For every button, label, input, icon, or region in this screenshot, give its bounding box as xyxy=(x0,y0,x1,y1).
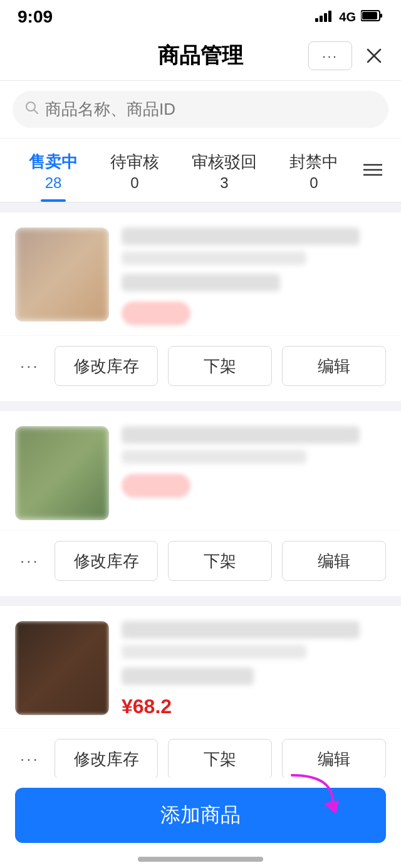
product-card-3: ¥68.2 ··· 修改库存 下架 编辑 xyxy=(0,606,401,794)
tabs-menu-icon[interactable] xyxy=(357,154,388,187)
product-info-3: ¥68.2 xyxy=(122,621,386,718)
tab-pending-review[interactable]: 待审核 0 xyxy=(94,139,175,202)
product-sub-blur-1 xyxy=(122,251,306,265)
search-input-wrap[interactable] xyxy=(13,91,388,128)
product-content-3: ¥68.2 xyxy=(0,606,401,728)
svg-rect-5 xyxy=(380,14,382,18)
tab-selling-count: 28 xyxy=(45,174,62,192)
network-label: 4G xyxy=(339,10,356,24)
delist-button-1[interactable]: 下架 xyxy=(168,346,272,386)
edit-button-2[interactable]: 编辑 xyxy=(282,541,386,581)
tab-banned-count: 0 xyxy=(310,174,318,192)
header-actions: ··· xyxy=(308,41,388,70)
product-info-1 xyxy=(122,227,386,325)
svg-rect-6 xyxy=(362,12,377,19)
add-product-label: 添加商品 xyxy=(160,802,241,829)
product-sub-blur-3 xyxy=(122,645,306,659)
tab-selling-label: 售卖中 xyxy=(29,151,78,173)
tab-selling[interactable]: 售卖中 28 xyxy=(13,139,94,202)
edit-button-1[interactable]: 编辑 xyxy=(282,346,386,386)
add-product-bar: 添加商品 xyxy=(0,778,401,868)
tabs: 售卖中 28 待审核 0 审核驳回 3 封禁中 0 待提交 1 xyxy=(13,139,357,202)
home-indicator xyxy=(138,857,263,862)
status-bar: 9:09 4G xyxy=(0,0,401,31)
product-more-button-3[interactable]: ··· xyxy=(15,747,44,771)
svg-line-10 xyxy=(34,110,38,113)
svg-rect-2 xyxy=(324,13,327,22)
product-sub2-blur-1 xyxy=(122,274,280,291)
product-name-blur-1 xyxy=(122,227,360,245)
header-close-button[interactable] xyxy=(360,41,388,70)
product-actions-1: ··· 修改库存 下架 编辑 xyxy=(0,335,401,401)
tab-rejected-count: 3 xyxy=(220,174,228,192)
product-more-button-1[interactable]: ··· xyxy=(15,354,44,379)
product-sub-blur-2 xyxy=(122,450,306,464)
tab-rejected[interactable]: 审核驳回 3 xyxy=(175,139,273,202)
product-sub2-blur-3 xyxy=(122,667,254,685)
product-card-2: ··· 修改库存 下架 编辑 xyxy=(0,411,401,596)
tabs-container: 售卖中 28 待审核 0 审核驳回 3 封禁中 0 待提交 1 xyxy=(0,139,401,202)
tab-banned[interactable]: 封禁中 0 xyxy=(273,139,355,202)
status-icons: 4G xyxy=(315,9,383,25)
battery-icon xyxy=(361,9,383,25)
header-more-button[interactable]: ··· xyxy=(308,41,352,70)
arrow-annotation xyxy=(286,769,348,824)
modify-stock-button-3[interactable]: 修改库存 xyxy=(55,739,159,779)
search-bar xyxy=(0,81,401,139)
delist-button-2[interactable]: 下架 xyxy=(168,541,272,581)
search-input[interactable] xyxy=(45,100,376,119)
product-content-2 xyxy=(0,411,401,530)
signal-icon xyxy=(315,9,334,25)
modify-stock-button-2[interactable]: 修改库存 xyxy=(55,541,159,581)
svg-rect-3 xyxy=(328,11,331,22)
svg-marker-14 xyxy=(323,800,339,814)
product-tag-1 xyxy=(122,301,190,325)
search-icon xyxy=(25,101,39,118)
tab-rejected-label: 审核驳回 xyxy=(192,151,257,173)
delist-button-3[interactable]: 下架 xyxy=(168,739,272,779)
product-card-1: ··· 修改库存 下架 编辑 xyxy=(0,212,401,401)
product-info-2 xyxy=(122,426,386,498)
tab-pending-review-label: 待审核 xyxy=(110,151,159,173)
product-name-blur-2 xyxy=(122,426,360,444)
product-actions-2: ··· 修改库存 下架 编辑 xyxy=(0,530,401,596)
product-list: ··· 修改库存 下架 编辑 ··· 修改库存 下架 编辑 xyxy=(0,202,401,868)
tab-pending-review-count: 0 xyxy=(130,174,138,192)
product-image-1 xyxy=(15,227,109,322)
edit-button-3[interactable]: 编辑 xyxy=(282,739,386,779)
modify-stock-button-1[interactable]: 修改库存 xyxy=(55,346,159,386)
add-product-button[interactable]: 添加商品 xyxy=(15,788,386,843)
product-image-2 xyxy=(15,426,109,520)
svg-rect-0 xyxy=(315,18,318,22)
svg-rect-1 xyxy=(320,16,323,22)
status-time: 9:09 xyxy=(18,7,53,27)
product-image-3 xyxy=(15,621,109,715)
product-tag-2 xyxy=(122,474,190,498)
product-price-3: ¥68.2 xyxy=(122,695,386,718)
product-name-blur-3 xyxy=(122,621,360,639)
page-title: 商品管理 xyxy=(158,41,243,70)
tab-pending-submit[interactable]: 待提交 1 xyxy=(355,139,357,202)
product-more-button-2[interactable]: ··· xyxy=(15,549,44,573)
product-content-1 xyxy=(0,212,401,335)
header: 商品管理 ··· xyxy=(0,31,401,81)
tab-banned-label: 封禁中 xyxy=(289,151,338,173)
